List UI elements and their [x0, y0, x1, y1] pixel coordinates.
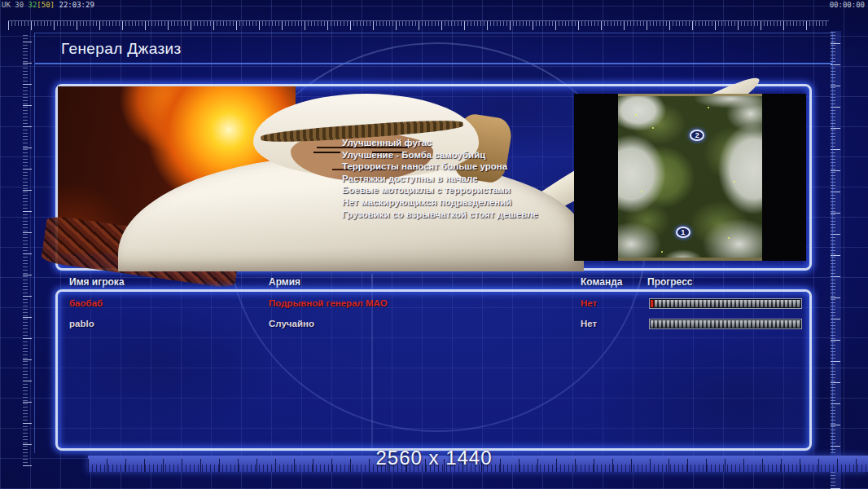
- column-header-progress: Прогресс: [647, 276, 692, 288]
- ability-item: Террористы наносят больше урона: [342, 161, 586, 173]
- column-header-player-name: Имя игрока: [69, 276, 125, 288]
- start-position-marker-1: 1: [676, 227, 690, 238]
- column-header-team: Команда: [581, 276, 622, 288]
- map-resource-dot: [708, 107, 709, 108]
- loading-progress-bar: [649, 319, 802, 329]
- ability-item: Улучшенный фугас: [342, 137, 586, 149]
- general-abilities-list: Улучшенный фугас Улучшение - Бомба самоу…: [342, 137, 586, 220]
- player-name: pablo: [69, 319, 94, 328]
- minimap-panel: 2 1: [574, 94, 806, 261]
- ability-item: Растяжки доступны в начале: [342, 173, 586, 185]
- page-title: Генерал Джазиз: [61, 40, 182, 58]
- match-timer: 00:00:00: [830, 1, 865, 9]
- debug-readout: UK 30 32[50] 22:03:29: [2, 1, 94, 9]
- map-resource-dot: [734, 181, 735, 183]
- ability-item: Нет маскирующихся подразделений: [342, 196, 586, 209]
- loading-progress-bar: [649, 298, 802, 309]
- general-portrait-image: [58, 86, 296, 253]
- player-team: Нет: [581, 298, 597, 308]
- network-stat: UK 30: [2, 1, 28, 9]
- start-position-marker-2: 2: [690, 130, 704, 141]
- player-army: Подрывной генерал МАО: [269, 298, 388, 308]
- players-list-panel: баобаб Подрывной генерал МАО Нет pablo С…: [55, 289, 812, 451]
- progress-bar-segments: [651, 300, 800, 307]
- minimap-terrain: 2 1: [618, 94, 762, 261]
- ruler-top: [8, 20, 829, 30]
- player-row: pablo Случайно Нет: [58, 319, 809, 337]
- map-resource-dot: [641, 191, 642, 192]
- general-info-panel: Улучшенный фугас Улучшение - Бомба самоу…: [55, 84, 812, 271]
- progress-bar-segments: [651, 320, 800, 328]
- ability-item: Улучшение - Бомба самоубийц: [342, 149, 586, 161]
- fps-cap: [50]: [37, 1, 55, 9]
- player-name: баобаб: [69, 298, 103, 308]
- progress-bar-fill: [651, 300, 655, 307]
- title-divider: [35, 63, 832, 64]
- resolution-label: 2560 x 1440: [0, 447, 868, 469]
- player-team: Нет: [581, 319, 597, 328]
- map-resource-dot: [635, 114, 637, 116]
- loading-screen: { "hud": { "debug": { "net": "UK 30 ", "…: [0, 0, 868, 489]
- player-row: баобаб Подрывной генерал МАО Нет: [58, 298, 809, 316]
- map-resource-dot: [652, 127, 654, 129]
- ability-item: Боевые мотоциклы с террористами: [342, 184, 586, 196]
- column-header-army: Армия: [269, 276, 300, 288]
- player-army: Случайно: [269, 319, 314, 328]
- ability-item: Грузовики со взрывчаткой стоят дешевле: [342, 209, 586, 221]
- map-resource-dot: [728, 237, 730, 239]
- portrait-robe: [118, 156, 296, 253]
- fps-counter: 32: [28, 1, 37, 9]
- ruler-left: [23, 34, 32, 466]
- map-resource-dot: [661, 251, 663, 253]
- debug-clock: 22:03:29: [55, 1, 94, 9]
